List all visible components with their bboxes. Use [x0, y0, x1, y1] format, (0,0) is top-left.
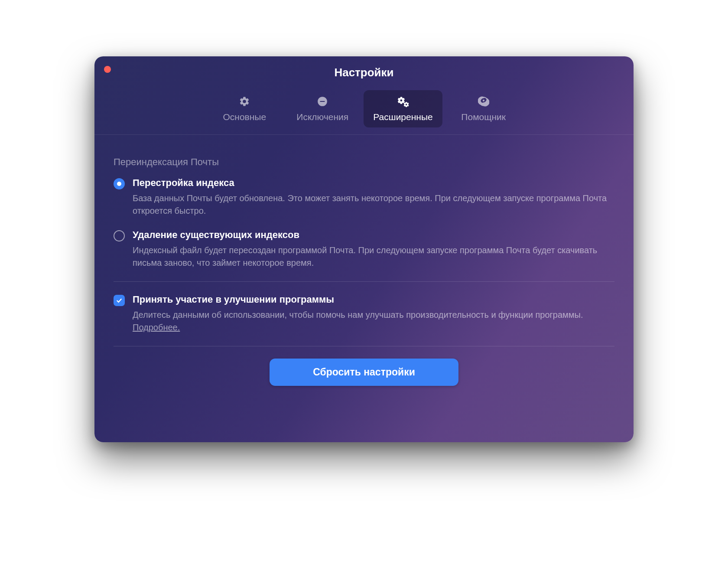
tab-general[interactable]: Основные [208, 90, 281, 127]
tab-exclusions[interactable]: Исключения [286, 90, 359, 127]
option-title: Принять участие в улучшении программы [133, 294, 614, 305]
tab-label: Расширенные [373, 112, 432, 122]
reindex-options: Перестройка индекса База данных Почты бу… [114, 177, 614, 269]
swirl-icon [478, 95, 490, 108]
tab-assistant[interactable]: Помощник [447, 90, 520, 127]
reindex-section-header: Переиндексация Почты [114, 157, 614, 168]
titlebar: Настройки [94, 56, 634, 82]
tab-label: Исключения [296, 112, 348, 122]
reset-settings-button[interactable]: Сбросить настройки [270, 359, 458, 386]
window-title: Настройки [334, 66, 393, 79]
learn-more-link[interactable]: Подробнее. [133, 323, 180, 332]
minus-circle-icon [316, 95, 328, 108]
option-description: Делитесь данными об использовании, чтобы… [133, 309, 614, 334]
option-title: Перестройка индекса [133, 177, 614, 189]
settings-window: Настройки Основные Исключения Расширенны… [94, 56, 634, 442]
option-description: Индексный файл будет пересоздан программ… [133, 244, 614, 269]
tab-label: Помощник [461, 112, 506, 122]
gears-icon [397, 95, 409, 108]
option-delete-indexes[interactable]: Удаление существующих индексов Индексный… [114, 229, 614, 269]
window-controls [104, 66, 111, 73]
radio-delete-indexes[interactable] [114, 230, 125, 241]
option-improve-program[interactable]: Принять участие в улучшении программы Де… [114, 294, 614, 334]
close-window-button[interactable] [104, 66, 111, 73]
tab-label: Основные [223, 112, 266, 122]
option-body: Принять участие в улучшении программы Де… [133, 294, 614, 334]
tabs-bar: Основные Исключения Расширенные Помощник [94, 82, 634, 135]
option-body: Перестройка индекса База данных Почты бу… [133, 177, 614, 217]
gear-icon [238, 95, 250, 108]
option-body: Удаление существующих индексов Индексный… [133, 229, 614, 269]
option-rebuild-index[interactable]: Перестройка индекса База данных Почты бу… [114, 177, 614, 217]
option-title: Удаление существующих индексов [133, 229, 614, 241]
checkbox-improve-program[interactable] [114, 295, 125, 306]
radio-rebuild-index[interactable] [114, 178, 125, 189]
option-description: База данных Почты будет обновлена. Это м… [133, 192, 614, 217]
content-area: Переиндексация Почты Перестройка индекса… [94, 135, 634, 442]
improve-desc-text: Делитесь данными об использовании, чтобы… [133, 310, 583, 320]
tab-advanced[interactable]: Расширенные [364, 90, 442, 127]
divider [114, 346, 614, 346]
divider [114, 281, 614, 282]
footer: Сбросить настройки [114, 359, 614, 390]
